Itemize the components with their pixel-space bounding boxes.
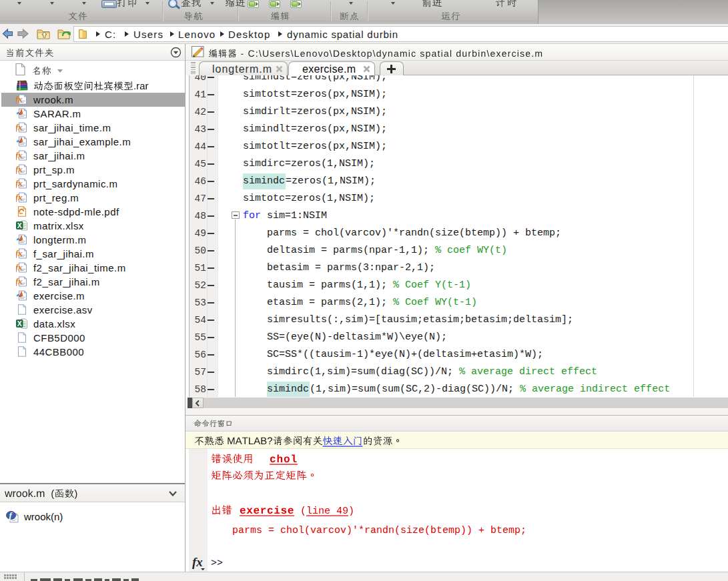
- svg-text:fx: fx: [16, 262, 23, 272]
- svg-text:fx: fx: [16, 276, 23, 286]
- svg-text:fx: fx: [16, 122, 23, 132]
- svg-text:X: X: [17, 221, 22, 229]
- svg-text:fx: fx: [16, 178, 23, 188]
- svg-text:fx: fx: [16, 94, 23, 104]
- svg-text:fx: fx: [16, 192, 23, 202]
- svg-text:fx: fx: [16, 248, 23, 258]
- svg-text:fx: fx: [16, 150, 23, 160]
- svg-text:fx: fx: [16, 164, 23, 174]
- svg-text:X: X: [17, 319, 22, 327]
